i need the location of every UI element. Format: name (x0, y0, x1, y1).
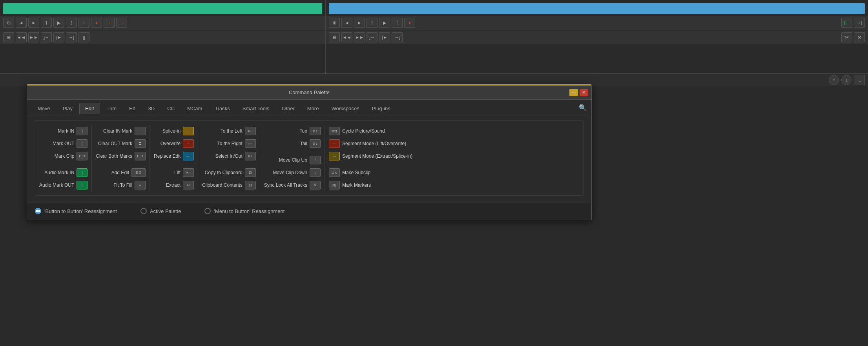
tb-step-back[interactable]: ◄ (16, 18, 27, 28)
close-button[interactable]: ✕ (580, 89, 588, 96)
tb-r-green[interactable]: |← (841, 18, 852, 28)
cmd-fit-fill-icon[interactable]: ↔ (135, 181, 146, 189)
tb-splice[interactable]: → (104, 18, 115, 28)
tab-tracks[interactable]: Tracks (209, 103, 236, 114)
tb-r2-scissors[interactable]: ✂ (841, 32, 852, 42)
cmd-mark-clip-icon[interactable]: ⊏⊐ (77, 152, 88, 160)
tb2-end[interactable]: |► (53, 32, 64, 42)
tb-r-red-dot[interactable]: ● (404, 18, 415, 28)
minimize-button[interactable]: — (569, 89, 578, 96)
cmd-clipboard-contents-icon[interactable]: ⊡ (245, 181, 256, 189)
tb2-extract2[interactable]: ][ (78, 32, 89, 42)
cmd-segment-lift-ow-icon[interactable]: → (329, 139, 340, 148)
cmd-move-clip-down-icon[interactable]: ↓ (310, 168, 321, 177)
tb-mark-in[interactable]: [ (66, 18, 77, 28)
tab-more[interactable]: More (301, 103, 325, 114)
cmd-to-right-label: To the Right (217, 141, 243, 146)
cmd-add-edit-icon[interactable]: ⊞⊟ (131, 168, 146, 177)
tb2-markout2[interactable]: ]→ (41, 32, 52, 42)
cmd-move-clip-up-icon[interactable]: ↑ (310, 156, 321, 164)
cmd-lift-icon[interactable]: ✂↑ (183, 168, 194, 177)
cmd-cycle-pic-sound-icon[interactable]: ⊞⊡ (329, 127, 340, 135)
radio-active-palette[interactable]: Active Palette (140, 208, 181, 214)
tab-trim[interactable]: Trim (101, 103, 123, 114)
cmd-mark-markers-icon[interactable]: ⊡| (329, 181, 340, 189)
tb2-step-fwd2[interactable]: ►► (28, 32, 39, 42)
cmd-overwrite-icon[interactable]: → (183, 139, 194, 148)
tb-r-grid[interactable]: ⊞ (329, 18, 340, 28)
palette-tabs: Move Play Edit Trim FX 3D CC MCam Tracks… (27, 100, 591, 114)
tb-r-end2[interactable]: →| (854, 18, 865, 28)
tab-plugins[interactable]: Plug-ins (366, 103, 396, 114)
cmd-to-right-icon[interactable]: ≡→ (245, 139, 256, 148)
tb2-step-back2[interactable]: ◄◄ (16, 32, 27, 42)
cmd-tail-icon[interactable]: ⊞↓ (310, 139, 321, 148)
cmd-sync-lock: Sync Lock All Tracks ✎ (264, 179, 321, 191)
cmd-top-icon[interactable]: ⊞↑ (310, 127, 321, 135)
cmd-clear-in-icon[interactable]: ⊏ (135, 127, 146, 135)
cmd-clipboard-contents: Clipboard Contents ⊡ (202, 179, 256, 191)
tb-r2-step-fwd2[interactable]: ►► (354, 32, 365, 42)
tb-red-dot[interactable]: ● (91, 18, 102, 28)
tb-r2-step-back2[interactable]: ◄◄ (341, 32, 352, 42)
tab-other[interactable]: Other (276, 103, 301, 114)
cmd-make-subclip-icon[interactable]: ⊡↘ (329, 168, 340, 177)
settings-btn[interactable]: … (854, 75, 865, 85)
tb-r-step-fwd[interactable]: ► (354, 18, 365, 28)
cmd-to-left-icon[interactable]: ≡← (245, 127, 256, 135)
tab-play[interactable]: Play (57, 103, 78, 114)
tb-r2-markout2[interactable]: ]→ (367, 32, 377, 42)
palette-bottom: 'Button to Button' Reassignment Active P… (27, 202, 591, 220)
tb-mark-out[interactable]: ] (41, 18, 52, 28)
cmd-sync-lock-label: Sync Lock All Tracks (264, 182, 307, 188)
cmd-replace-edit-icon[interactable]: ↔ (183, 152, 194, 160)
cmd-clear-both-icon[interactable]: ⊏⊐ (135, 152, 146, 160)
tb-overwrite[interactable]: → (116, 18, 127, 28)
radio-menu-to-btn[interactable]: 'Menu to Button' Reassignment (204, 208, 284, 214)
tb2-splice2[interactable]: →[ (66, 32, 77, 42)
cmd-make-subclip: ⊡↘ Make Subclip (329, 166, 412, 179)
cmd-select-inout-icon[interactable]: ≡⊥ (245, 152, 256, 160)
tb2-clip[interactable]: ⊟ (3, 32, 14, 42)
radio-menu-to-btn-circle (204, 208, 211, 214)
tab-fx[interactable]: FX (123, 103, 142, 114)
cmd-audio-mark-in-icon[interactable]: ] (77, 168, 88, 177)
cmd-segment-extract-splice-icon[interactable]: ⇒ (329, 152, 340, 160)
cmd-mark-out-icon[interactable]: [ (77, 139, 88, 148)
cmd-extract-icon[interactable]: ✂ (183, 181, 194, 189)
tab-smart-tools[interactable]: Smart Tools (237, 103, 275, 114)
tab-edit[interactable]: Edit (79, 103, 100, 114)
tb-r-mark-in[interactable]: [ (392, 18, 403, 28)
radio-btn-to-btn[interactable]: 'Button to Button' Reassignment (35, 208, 117, 214)
tab-workspaces[interactable]: Workspaces (325, 103, 365, 114)
tb-grid[interactable]: ⊞ (3, 18, 14, 28)
tb-step-fwd[interactable]: ► (28, 18, 39, 28)
cmd-copy-clipboard-icon[interactable]: ⊡ (245, 168, 256, 177)
tab-move[interactable]: Move (32, 103, 56, 114)
tb-r2-clip[interactable]: ⊟ (329, 32, 340, 42)
cmd-sync-lock-icon[interactable]: ✎ (310, 181, 321, 189)
record-btn[interactable]: ○ (829, 75, 839, 85)
cmd-audio-mark-out-icon[interactable]: [ (77, 181, 88, 189)
tb-r2-end[interactable]: |► (379, 32, 390, 42)
cmd-select-inout-label: Select In/Out (215, 153, 242, 159)
tb-r2-tool2[interactable]: ⚒ (854, 32, 865, 42)
cmd-select-inout: Select In/Out ≡⊥ (202, 150, 256, 162)
cmd-clear-out-icon[interactable]: ⊐ (135, 139, 146, 148)
cmd-mark-in-icon[interactable]: ] (77, 127, 88, 135)
cmd-tail-label: Tail (300, 141, 307, 146)
tab-cc[interactable]: CC (161, 103, 181, 114)
tb-r2-splice2[interactable]: →[ (392, 32, 403, 42)
cmd-move-clip-up: Move Clip Up ↑ (264, 154, 321, 166)
tb-r-mark-out[interactable]: ] (367, 18, 377, 28)
cmd-splice-in-icon[interactable]: → (183, 127, 194, 135)
cmd-mark-out: Mark OUT [ (39, 137, 88, 150)
tb-split[interactable]: ⊥ (78, 18, 89, 28)
tab-mcam[interactable]: MCam (181, 103, 208, 114)
monitor-btn[interactable]: ◫ (841, 75, 852, 85)
tb-r-play[interactable]: ▶ (379, 18, 390, 28)
tab-3d[interactable]: 3D (142, 103, 161, 114)
search-icon[interactable]: 🔍 (579, 104, 587, 111)
tb-play[interactable]: ▶ (53, 18, 64, 28)
tb-r-step-back[interactable]: ◄ (341, 18, 352, 28)
